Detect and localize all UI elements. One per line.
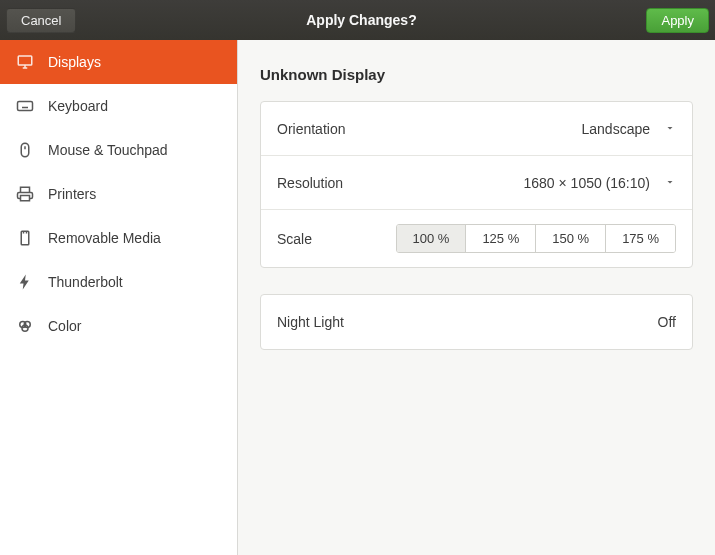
monitor-icon bbox=[16, 53, 34, 71]
sidebar-item-label: Printers bbox=[48, 186, 96, 202]
titlebar: Cancel Apply Changes? Apply bbox=[0, 0, 715, 40]
night-light-value: Off bbox=[658, 314, 676, 330]
main-content: Unknown Display Orientation Landscape Re… bbox=[238, 40, 715, 555]
display-section-title: Unknown Display bbox=[260, 66, 693, 83]
svg-rect-3 bbox=[21, 196, 30, 201]
content-body: Displays Keyboard Mouse & Touchpad Print… bbox=[0, 40, 715, 555]
apply-button[interactable]: Apply bbox=[646, 8, 709, 33]
sidebar-item-color[interactable]: Color bbox=[0, 304, 237, 348]
sidebar-item-displays[interactable]: Displays bbox=[0, 40, 237, 84]
display-settings-panel: Orientation Landscape Resolution 1680 × … bbox=[260, 101, 693, 268]
mouse-icon bbox=[16, 141, 34, 159]
cancel-button[interactable]: Cancel bbox=[6, 8, 76, 33]
sidebar-item-label: Keyboard bbox=[48, 98, 108, 114]
orientation-row[interactable]: Orientation Landscape bbox=[261, 102, 692, 156]
sidebar-item-label: Removable Media bbox=[48, 230, 161, 246]
night-light-label: Night Light bbox=[277, 314, 344, 330]
chevron-down-icon bbox=[664, 121, 676, 137]
scale-option-175[interactable]: 175 % bbox=[606, 225, 675, 252]
dialog-title: Apply Changes? bbox=[76, 12, 646, 28]
resolution-label: Resolution bbox=[277, 175, 343, 191]
sidebar-item-printers[interactable]: Printers bbox=[0, 172, 237, 216]
night-light-row[interactable]: Night Light Off bbox=[261, 295, 692, 349]
scale-option-100[interactable]: 100 % bbox=[397, 225, 467, 252]
printer-icon bbox=[16, 185, 34, 203]
chevron-down-icon bbox=[664, 175, 676, 191]
scale-label: Scale bbox=[277, 231, 312, 247]
sidebar-item-label: Mouse & Touchpad bbox=[48, 142, 168, 158]
orientation-label: Orientation bbox=[277, 121, 345, 137]
sidebar-item-removable-media[interactable]: Removable Media bbox=[0, 216, 237, 260]
svg-rect-2 bbox=[21, 143, 29, 157]
keyboard-icon bbox=[16, 97, 34, 115]
sidebar-item-label: Displays bbox=[48, 54, 101, 70]
thunderbolt-icon bbox=[16, 273, 34, 291]
resolution-selected: 1680 × 1050 (16:10) bbox=[524, 175, 651, 191]
color-icon bbox=[16, 317, 34, 335]
svg-rect-4 bbox=[21, 231, 29, 245]
sidebar-item-thunderbolt[interactable]: Thunderbolt bbox=[0, 260, 237, 304]
sidebar: Displays Keyboard Mouse & Touchpad Print… bbox=[0, 40, 238, 555]
sidebar-item-label: Thunderbolt bbox=[48, 274, 123, 290]
night-light-panel: Night Light Off bbox=[260, 294, 693, 350]
svg-rect-1 bbox=[18, 102, 33, 111]
usb-icon bbox=[16, 229, 34, 247]
svg-rect-0 bbox=[18, 56, 32, 65]
scale-segmented-control: 100 % 125 % 150 % 175 % bbox=[396, 224, 677, 253]
resolution-row[interactable]: Resolution 1680 × 1050 (16:10) bbox=[261, 156, 692, 210]
scale-row: Scale 100 % 125 % 150 % 175 % bbox=[261, 210, 692, 267]
scale-option-150[interactable]: 150 % bbox=[536, 225, 606, 252]
scale-option-125[interactable]: 125 % bbox=[466, 225, 536, 252]
orientation-selected: Landscape bbox=[581, 121, 650, 137]
resolution-value: 1680 × 1050 (16:10) bbox=[524, 175, 677, 191]
sidebar-item-keyboard[interactable]: Keyboard bbox=[0, 84, 237, 128]
orientation-value: Landscape bbox=[581, 121, 676, 137]
sidebar-item-mouse-touchpad[interactable]: Mouse & Touchpad bbox=[0, 128, 237, 172]
sidebar-item-label: Color bbox=[48, 318, 81, 334]
